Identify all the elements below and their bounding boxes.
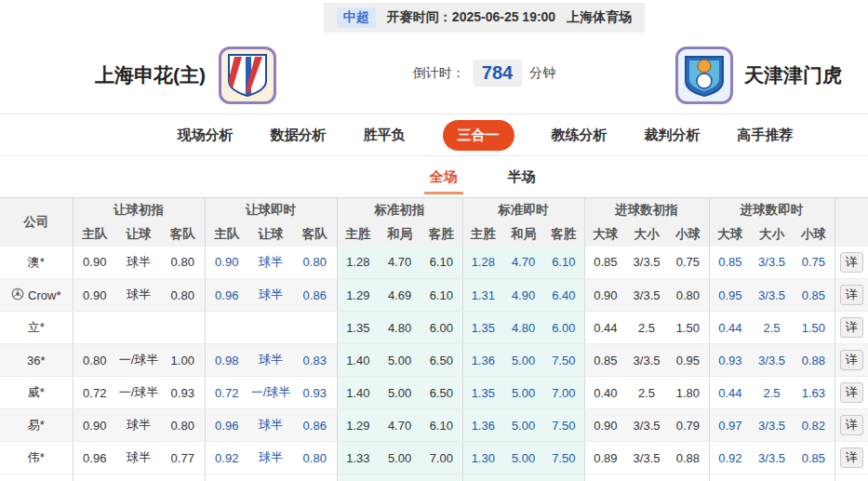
company-label: 36* [0,344,73,377]
odds-cell: 1.36 [462,409,503,442]
odds-cell: 0.85 [709,247,751,279]
countdown-label: 倒计时： [413,65,465,82]
odds-cell: 5.00 [379,377,421,409]
odds-cell: 0.77 [161,442,205,474]
sub-header: 大球 [584,222,626,247]
odds-cell: 7.00 [421,442,462,474]
odds-cell: 4.80 [379,312,421,344]
detail-button[interactable]: 详 [840,415,863,435]
nav-tab-referee-analysis[interactable]: 裁判分析 [645,127,701,144]
nav-tab-three-in-one[interactable]: 三合一 [443,120,514,151]
odds-cell: 球半 [116,409,161,442]
odds-cell: 0.80 [161,247,205,279]
nav-tabs: 现场分析数据分析胜平负三合一教练分析裁判分析高手推荐 [0,114,868,156]
odds-cell: 6.00 [543,312,584,344]
detail-button[interactable]: 详 [840,252,863,273]
odds-cell: 一/球半 [248,377,293,409]
sub-header: 客胜 [543,222,584,247]
detail-button[interactable]: 详 [840,350,863,370]
home-team: 上海申花(主) [95,47,276,104]
soccer-ball-icon [11,287,24,303]
odds-cell: 0.80 [161,409,205,442]
nav-tab-expert-recommend[interactable]: 高手推荐 [738,127,794,144]
odds-cell: 0.93 [161,377,205,409]
nav-tab-coach-analysis[interactable]: 教练分析 [552,127,608,144]
group-header-handicap_initial: 让球初指 [73,198,205,222]
table-row: 威*0.72一/球半0.930.72一/球半0.931.405.006.501.… [0,377,868,409]
odds-cell: 0.96 [73,442,116,474]
table-row: Crow*0.90球半0.800.96球半0.861.294.696.101.3… [0,279,868,312]
odds-cell: 5.00 [379,344,421,377]
nav-tab-win-draw-lose[interactable]: 胜平负 [364,127,406,144]
odds-cell: 1.40 [337,344,379,377]
odds-cell: 球半 [248,279,293,312]
odds-cell: 1.35 [462,377,503,409]
odds-cell [116,312,161,344]
group-header-handicap_live: 让球即时 [205,198,337,222]
detail-button[interactable]: 详 [840,448,863,468]
countdown-value: 784 [473,60,522,87]
detail-cell: 详 [835,344,868,377]
group-header-std_live: 标准即时 [462,198,584,222]
odds-cell: 0.85 [584,344,626,377]
nav-tab-data-analysis[interactable]: 数据分析 [271,127,327,144]
odds-cell: 0.86 [293,409,337,442]
odds-cell: 1.30 [462,442,503,474]
odds-cell: 0.98 [205,344,248,377]
odds-cell: 0.80 [293,247,337,279]
odds-cell: 0.90 [73,247,116,279]
table-row: 36*0.80一/球半1.000.98球半0.831.405.006.501.3… [0,344,868,377]
sub-header: 主队 [205,222,248,247]
company-label: 威* [0,377,73,409]
sub-header: 大球 [709,222,751,247]
odds-cell: 球半 [116,279,161,312]
odds-cell: 1.50 [793,312,835,344]
detail-button[interactable]: 详 [840,317,863,338]
odds-cell: 1.29 [337,279,379,312]
detail-button[interactable]: 详 [840,285,863,305]
odds-cell: 0.96 [205,409,248,442]
league-badge[interactable]: 中超 [337,7,376,28]
odds-cell: 2.5 [626,377,667,409]
detail-cell: 详 [835,247,868,279]
odds-cell: 0.80 [293,442,337,474]
odds-cell: 1.29 [337,409,379,442]
table-row-clipped [0,474,868,481]
countdown: 倒计时： 784 分钟 [413,60,555,87]
odds-cell: 0.44 [709,312,751,344]
odds-cell: 0.90 [584,409,626,442]
odds-cell: 3/3.5 [751,442,793,474]
odds-cell: 一/球半 [116,377,161,409]
odds-cell: 5.00 [503,377,543,409]
nav-tab-scene-analysis[interactable]: 现场分析 [178,127,234,144]
company-label: 澳* [0,247,73,279]
detail-cell: 详 [835,279,868,312]
odds-cell: 5.00 [503,442,543,474]
odds-cell: 0.96 [205,279,248,312]
odds-cell: 0.85 [793,279,835,312]
detail-button[interactable]: 详 [840,382,863,403]
detail-cell: 详 [835,409,868,442]
odds-cell: 7.50 [543,344,584,377]
sub-header: 大小 [751,222,793,247]
sub-header: 让球 [116,222,161,247]
table-row: 澳*0.90球半0.800.90球半0.801.284.706.101.284.… [0,247,868,279]
sub-header: 和局 [503,222,543,247]
match-info-box: 中超 开赛时间：2025-06-25 19:00 上海体育场 [324,3,645,33]
home-team-logo [219,47,276,104]
odds-cell: 5.00 [503,409,543,442]
odds-cell: 0.90 [73,409,116,442]
odds-cell: 0.75 [793,247,835,279]
odds-cell: 0.44 [709,377,751,409]
odds-cell: 0.72 [205,377,248,409]
odds-cell: 0.79 [667,409,709,442]
period-tab-full-match[interactable]: 全场 [430,168,458,186]
odds-cell: 0.80 [667,279,709,312]
odds-cell: 球半 [248,247,293,279]
odds-cell: 3/3.5 [751,279,793,312]
odds-cell: 0.82 [793,409,835,442]
odds-cell: 3/3.5 [751,247,793,279]
period-tab-half-match[interactable]: 半场 [508,168,536,186]
odds-cell: 0.44 [584,312,626,344]
sub-header: 主胜 [462,222,503,247]
